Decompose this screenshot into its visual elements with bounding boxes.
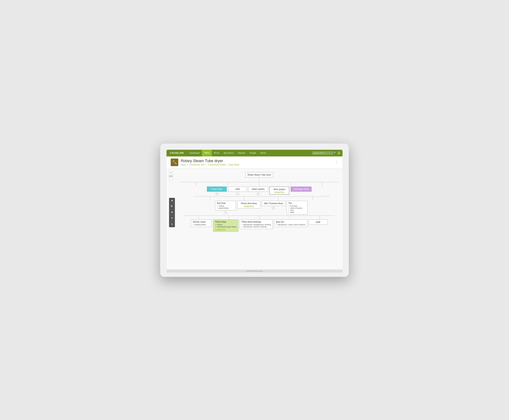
bull-gear-badge: 1 <box>224 211 227 214</box>
tire-cell: Tire Puncture Stress Fracture Tear Wear <box>287 201 308 215</box>
nav-rcas[interactable]: RCAs <box>212 150 222 157</box>
l1-drop-3 <box>244 182 275 186</box>
l3-drop-2 <box>214 216 244 219</box>
breadcrumb: Asset | Component Tree | Component Detai… <box>181 164 239 166</box>
shaft-node[interactable]: shaft <box>309 219 328 225</box>
tire-bullet-3: Tear <box>289 209 306 211</box>
pinion-gear-bullet-1: Failure <box>215 224 236 226</box>
discharge-chute-label: Discharge chute <box>293 188 309 190</box>
zoom-level: 90% <box>169 175 173 177</box>
shaft-title: shaft <box>311 221 325 223</box>
pinion-gear-node[interactable]: Pinion Gear Failure Partial pinion gear … <box>213 219 238 232</box>
nav-admin[interactable]: Admin <box>258 150 268 157</box>
nav-fmea[interactable]: FMEA <box>202 150 212 157</box>
side-toolbar: ★ 🔍 👁 ✕ ✎ <box>169 198 175 227</box>
l3-v5 <box>320 216 320 219</box>
pillow-block-bullets: Mechanical: Misalignment: Bearing Mechan… <box>241 224 271 228</box>
drive-system-create-rca[interactable]: Create RCA <box>272 191 287 193</box>
breadcrumb-component-details[interactable]: Component Details <box>208 164 226 166</box>
header-left: 🔧 Rotary Steam Tube dryer Asset | Compon… <box>171 158 239 166</box>
canvas-area: + 90% − ★ 🔍 👁 ✕ ✎ Rotary Steam Tube drye… <box>166 168 343 269</box>
drive-system-node[interactable]: drive system Create RCA <box>269 187 289 195</box>
root-node[interactable]: Rotary Steam Tube dryer <box>245 172 273 177</box>
navbar: CAUSELINK Dashboard FMEA RCAs My Actions… <box>166 150 343 157</box>
l1-v5 <box>322 182 322 186</box>
bull-gear-node[interactable]: Bull Gear Failure partial failure <box>215 201 236 210</box>
search-input[interactable] <box>312 151 333 155</box>
breadcrumb-sep-3: | <box>227 164 228 166</box>
pillow-block-bearings-cell: Pillow block bearings Mechanical: Misali… <box>240 219 273 232</box>
l2-drop-3 <box>262 196 296 201</box>
pillow-block-bullet-2: Mechanical: Seizure: Bearing <box>241 226 271 228</box>
pinion-gear-bullets: Failure Partial pinion gear failure <box>215 224 236 228</box>
zoom-in-button[interactable]: + <box>169 171 173 175</box>
tool-close[interactable]: ✕ <box>169 216 175 221</box>
screen: CAUSELINK Dashboard FMEA RCAs My Actions… <box>166 150 343 269</box>
shell-node[interactable]: shell <box>228 187 247 192</box>
pinion-drive-assy-create-rca[interactable]: Create RCA <box>240 205 258 207</box>
zoom-controls: + 90% − <box>169 171 173 181</box>
level1-drop-lines <box>180 182 338 186</box>
l3-drop-1 <box>184 216 214 219</box>
nav-reports[interactable]: Reports <box>236 150 247 157</box>
electric-motor-node[interactable]: Electric motor winding failure <box>191 219 212 227</box>
tool-favorites[interactable]: ★ <box>169 198 175 204</box>
shell-cell: shell 1 <box>228 187 247 195</box>
pinion-drive-assy-cell: Pinion drive Assy Create RCA <box>237 201 260 215</box>
more-options-button[interactable]: ⋮ <box>335 160 338 164</box>
gear-box-node[interactable]: gear box Mechanical: Creep: Stress Ruptu… <box>274 219 307 227</box>
breadcrumb-sep-2: | <box>206 164 207 166</box>
discharge-chute-node[interactable]: Discharge chute <box>291 187 312 192</box>
tire-bullet-1: Puncture <box>289 205 306 207</box>
zoom-out-button[interactable]: − <box>169 178 173 181</box>
idler-trunnions-title: Idler Trunnions Assy <box>264 202 283 204</box>
l2-v1 <box>210 196 210 201</box>
pillow-block-bearings-node[interactable]: Pillow block bearings Mechanical: Misali… <box>240 219 273 229</box>
bull-gear-bullets: Failure partial failure <box>217 205 234 209</box>
level2-drop-lines <box>193 196 330 201</box>
l1-drop-1 <box>180 182 212 186</box>
fmea-diagram: Rotary Steam Tube dryer <box>180 172 338 232</box>
tool-search[interactable]: 🔍 <box>169 204 175 210</box>
drive-system-cell: drive system Create RCA <box>269 187 289 195</box>
steam-system-cell: steam system 4 <box>248 187 268 195</box>
feed-chute-node[interactable]: Feed Chute <box>207 187 227 192</box>
nav-myactions[interactable]: My Actions <box>222 150 236 157</box>
pillow-block-title: Pillow block bearings <box>241 221 271 223</box>
breadcrumb-asset[interactable]: Asset <box>181 164 186 166</box>
pinion-gear-bullet-2: Partial pinion gear failure <box>215 226 236 228</box>
laptop-bottom-bar <box>166 270 343 273</box>
l3-v1 <box>199 216 199 219</box>
l2-drop-2 <box>227 196 262 201</box>
feed-chute-cell: Feed Chute 2 <box>207 187 227 195</box>
l3-drop-4 <box>274 216 305 219</box>
l3-v2 <box>229 216 229 219</box>
pinion-gear-title: Pinion Gear <box>215 221 236 223</box>
tool-edit[interactable]: ✎ <box>169 221 175 227</box>
breadcrumb-data-sheet[interactable]: Data Sheet <box>229 164 239 166</box>
root-v-connector <box>259 177 259 182</box>
page-title-area: Rotary Steam Tube dryer Asset | Componen… <box>181 159 239 166</box>
pinion-drive-assy-node[interactable]: Pinion drive Assy Create RCA <box>237 201 260 209</box>
nav-items: Dashboard FMEA RCAs My Actions Reports P… <box>187 150 312 157</box>
pinion-gear-create-rca[interactable]: Create RCA <box>215 228 236 230</box>
breadcrumb-sep-1: | <box>187 164 188 166</box>
tool-view[interactable]: 👁 <box>169 210 175 216</box>
nav-people[interactable]: People <box>247 150 258 157</box>
tire-node[interactable]: Tire Puncture Stress Fracture Tear Wear <box>287 201 308 215</box>
gear-box-bullet-1: Mechanical: Creep: Stress Rupture <box>276 224 305 226</box>
brand-logo: CAUSELINK <box>169 152 185 154</box>
bull-gear-title: Bull Gear <box>217 202 234 204</box>
breadcrumb-component-tree[interactable]: Component Tree <box>189 164 205 166</box>
l1-drop-2 <box>212 182 244 186</box>
nav-dashboard[interactable]: Dashboard <box>187 150 202 157</box>
hamburger-icon[interactable]: ☰ <box>338 151 340 155</box>
idler-trunnions-node[interactable]: Idler Trunnions Assy <box>262 201 285 206</box>
idler-trunnions-badge: 3 <box>272 206 275 210</box>
laptop-frame: CAUSELINK Dashboard FMEA RCAs My Actions… <box>160 143 349 277</box>
steam-system-node[interactable]: steam system <box>248 187 268 192</box>
l2-v2 <box>244 196 244 201</box>
page-header: 🔧 Rotary Steam Tube dryer Asset | Compon… <box>166 157 343 168</box>
pinion-drive-assy-title: Pinion drive Assy <box>240 202 258 204</box>
tire-bullet-2: Stress Fracture <box>289 207 306 209</box>
